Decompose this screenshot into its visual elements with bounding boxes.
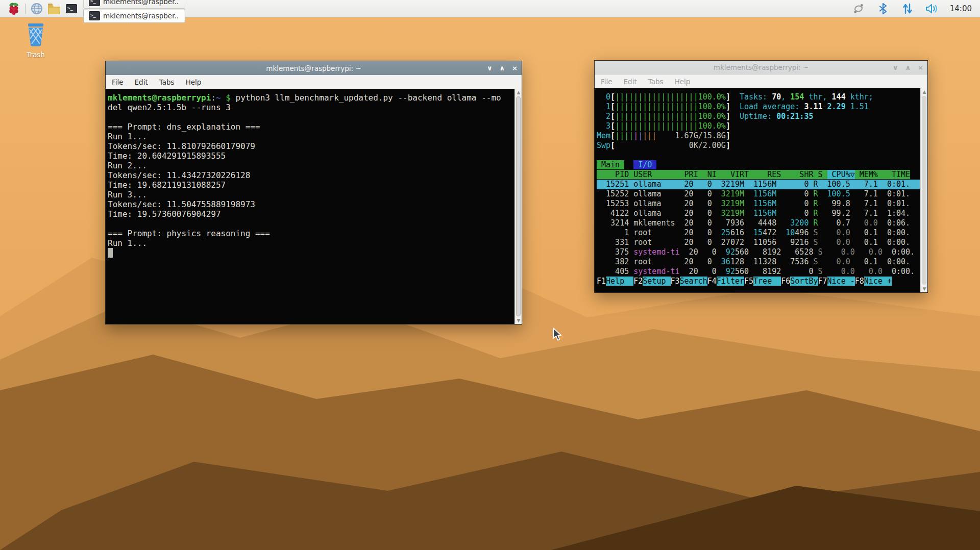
terminal-line (108, 248, 514, 258)
close-button[interactable]: × (512, 65, 518, 71)
menubar: FileEditTabsHelp (106, 75, 522, 89)
updates-sync-icon[interactable] (852, 2, 865, 15)
terminal-line (108, 112, 514, 122)
minimize-button[interactable]: ∨ (893, 64, 898, 71)
window-button-label: mklements@raspber.. (103, 0, 179, 6)
terminal-line: Tokens/sec: 11.810792660179079 (108, 141, 514, 151)
terminal-line: mklements@raspberrypi:~ $ python3 llm_be… (108, 93, 514, 103)
window-title: mklements@raspberrypi: ~ (106, 64, 522, 72)
minimize-button[interactable]: ∨ (487, 65, 493, 71)
terminal-body[interactable]: 0[||||||||||||||||||100.0%] Tasks: 70, 1… (595, 88, 927, 292)
htop-line[interactable]: 3[||||||||||||||||||100.0%] (597, 121, 920, 131)
file-manager-icon[interactable] (47, 2, 61, 15)
close-button[interactable]: × (918, 64, 923, 71)
menu-item-file[interactable]: File (112, 78, 124, 86)
terminal-line: Time: 19.57360076904297 (108, 209, 514, 219)
terminal-line: Run 2... (108, 161, 514, 170)
terminal-glyph-icon: >_ (89, 0, 100, 6)
terminal-line: Tokens/sec: 11.504755889198973 (108, 199, 514, 209)
htop-line[interactable]: 405 systemd-ti 20 0 92560 8192 0 S 0.0 0… (597, 267, 920, 277)
titlebar[interactable]: mklements@raspberrypi: ~ ∨ ∧ × (595, 61, 927, 74)
window-title: mklements@raspberrypi: ~ (595, 63, 927, 71)
htop-line[interactable]: 1[||||||||||||||||||100.0%] Load average… (597, 102, 920, 112)
taskbar-window-button-1[interactable]: >_mklements@raspber.. (83, 0, 185, 9)
terminal-glyph-icon: >_ (66, 4, 77, 13)
terminal-glyph-icon: >_ (89, 11, 100, 20)
htop-line[interactable]: 2[||||||||||||||||||100.0%] Uptime: 00:2… (597, 112, 920, 121)
menu-item-help[interactable]: Help (186, 78, 202, 86)
menu-raspberry-icon[interactable] (7, 2, 20, 15)
terminal-body[interactable]: mklements@raspberrypi:~ $ python3 llm_be… (106, 89, 522, 324)
terminal-line: === Prompt: physics_reasoning === (108, 229, 514, 238)
htop-output: 0[||||||||||||||||||100.0%] Tasks: 70, 1… (597, 92, 920, 292)
taskbar-separator (25, 4, 26, 14)
volume-icon[interactable] (925, 2, 939, 15)
bluetooth-icon[interactable] (876, 2, 890, 15)
scrollbar[interactable]: ▲ ▼ (920, 88, 927, 292)
htop-line[interactable]: Swp[ 0K/2.00G] (597, 141, 920, 151)
menu-item-edit[interactable]: Edit (624, 78, 637, 86)
htop-line[interactable] (597, 151, 920, 160)
scroll-up-icon[interactable]: ▲ (515, 89, 522, 96)
terminal-line: === Prompt: dns_explanation === (108, 122, 514, 132)
htop-line[interactable]: 15253 ollama 20 0 3219M 1156M 0 R 99.8 7… (597, 199, 920, 209)
system-tray: 14:00 (850, 2, 975, 15)
htop-line[interactable]: 1 root 20 0 25616 15472 10496 S 0.0 0.1 … (597, 228, 920, 238)
clock[interactable]: 14:00 (950, 4, 972, 13)
scrollbar-thumb[interactable] (516, 96, 521, 316)
scroll-down-icon[interactable]: ▼ (921, 285, 927, 292)
trash-desktop-icon[interactable]: Trash (17, 21, 54, 59)
terminal-line: Run 3... (108, 190, 514, 199)
terminal-window-htop: mklements@raspberrypi: ~ ∨ ∧ × FileEditT… (594, 60, 928, 293)
taskbar-window-button-2[interactable]: >_mklements@raspber.. (83, 9, 185, 23)
taskbar: >_ >_mklements@raspber..>_mklements@rasp… (0, 0, 980, 17)
htop-line[interactable]: 382 root 20 0 36128 11328 7536 S 0.0 0.1… (597, 257, 920, 267)
htop-line[interactable]: PID USER PRI NI VIRT RES SHR S CPU%▽ MEM… (597, 170, 920, 180)
htop-line[interactable]: 375 systemd-ti 20 0 92560 8192 6528 S 0.… (597, 247, 920, 257)
window-button-label: mklements@raspber.. (103, 12, 179, 20)
trash-label: Trash (17, 51, 54, 59)
menu-item-tabs[interactable]: Tabs (648, 78, 664, 86)
scroll-up-icon[interactable]: ▲ (921, 88, 927, 95)
maximize-button[interactable]: ∧ (905, 64, 911, 71)
menubar: FileEditTabsHelp (595, 74, 927, 88)
scrollbar-thumb[interactable] (922, 96, 926, 285)
mouse-cursor (552, 328, 562, 341)
maximize-button[interactable]: ∧ (500, 65, 505, 71)
menu-item-help[interactable]: Help (675, 78, 691, 86)
menu-item-edit[interactable]: Edit (135, 78, 148, 86)
htop-line[interactable]: 15252 ollama 20 0 3219M 1156M 0 R 100.5 … (597, 189, 920, 199)
terminal-line: Time: 19.682119131088257 (108, 180, 514, 190)
htop-line[interactable]: Main I/O (597, 160, 920, 170)
htop-line[interactable]: F1Help F2Setup F3SearchF4FilterF5Tree F6… (597, 277, 920, 286)
terminal-output: mklements@raspberrypi:~ $ python3 llm_be… (108, 93, 514, 324)
terminal-line: del qwen2.5:1.5b --runs 3 (108, 103, 514, 112)
htop-line[interactable]: Mem[||||||||| 1.67G/15.8G] (597, 131, 920, 141)
trash-icon (24, 21, 47, 47)
titlebar[interactable]: mklements@raspberrypi: ~ ∨ ∧ × (106, 61, 522, 75)
terminal-line: Tokens/sec: 11.43427320226128 (108, 170, 514, 180)
terminal-line: Time: 20.604291915893555 (108, 151, 514, 161)
terminal-line (108, 219, 514, 229)
terminal-line: Run 1... (108, 132, 514, 141)
scrollbar[interactable]: ▲ ▼ (514, 89, 522, 324)
menu-item-file[interactable]: File (601, 78, 612, 86)
desktop: >_ >_mklements@raspber..>_mklements@rasp… (0, 0, 980, 550)
terminal-line: Run 1... (108, 238, 514, 248)
htop-line[interactable]: 331 root 20 0 27072 11056 9216 S 0.0 0.1… (597, 238, 920, 247)
terminal-window-benchmark: mklements@raspberrypi: ~ ∨ ∧ × FileEditT… (105, 61, 522, 324)
htop-line[interactable]: 3214 mklements 20 0 7936 4448 3200 R 0.7… (597, 218, 920, 228)
web-browser-icon[interactable] (30, 2, 43, 15)
network-arrows-icon[interactable] (901, 2, 914, 15)
htop-line[interactable]: 15251 ollama 20 0 3219M 1156M 0 R 100.5 … (597, 180, 920, 189)
htop-line[interactable]: 0[||||||||||||||||||100.0%] Tasks: 70, 1… (597, 92, 920, 102)
taskbar-window-buttons: >_mklements@raspber..>_mklements@raspber… (80, 0, 185, 23)
menu-item-tabs[interactable]: Tabs (159, 78, 175, 86)
terminal-launcher-icon[interactable]: >_ (65, 2, 78, 15)
scroll-down-icon[interactable]: ▼ (515, 317, 522, 324)
htop-line[interactable]: 4122 ollama 20 0 3219M 1156M 0 R 99.2 7.… (597, 209, 920, 218)
